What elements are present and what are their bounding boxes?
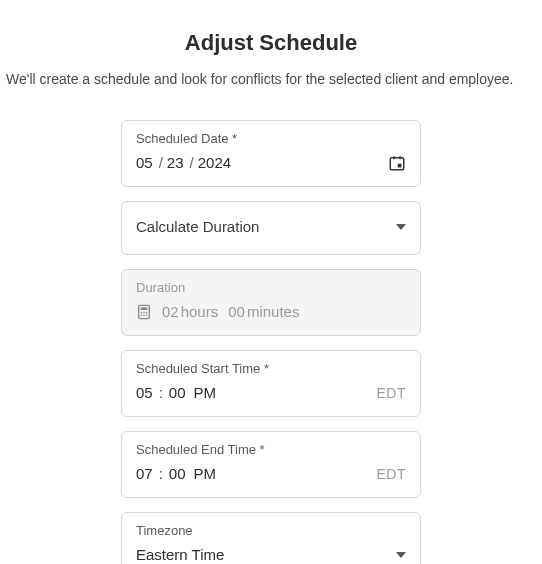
calendar-icon[interactable] [388,154,406,172]
start-tz-abbr: EDT [377,385,407,401]
scheduled-date-label: Scheduled Date * [136,131,406,146]
date-separator: / [190,154,194,171]
duration-hours: 02 [162,303,179,320]
page-title: Adjust Schedule [0,30,542,56]
end-hour[interactable]: 07 [136,465,153,482]
time-separator: : [159,465,163,482]
start-ampm[interactable]: PM [194,384,217,401]
chevron-down-icon [396,224,406,230]
duration-field: Duration 02 hours 00 minutes [121,269,421,336]
calculator-icon [136,304,152,320]
svg-rect-3 [398,163,402,167]
start-hour[interactable]: 05 [136,384,153,401]
end-tz-abbr: EDT [377,466,407,482]
svg-rect-0 [390,157,404,169]
end-ampm[interactable]: PM [194,465,217,482]
calculate-duration-label: Calculate Duration [136,218,259,235]
timezone-value: Eastern Time [136,546,224,563]
chevron-down-icon [396,552,406,558]
page-subtitle: We'll create a schedule and look for con… [6,70,536,90]
timezone-select[interactable]: Timezone Eastern Time [121,512,421,564]
date-separator: / [159,154,163,171]
time-separator: : [159,384,163,401]
scheduled-date-field[interactable]: Scheduled Date * 05 / 23 / 2024 [121,120,421,187]
svg-point-6 [141,311,143,313]
end-minute[interactable]: 00 [169,465,186,482]
duration-label: Duration [136,280,406,295]
svg-point-10 [143,314,145,316]
end-time-field[interactable]: Scheduled End Time * 07 : 00 PM EDT [121,431,421,498]
svg-point-7 [143,311,145,313]
svg-point-9 [141,314,143,316]
start-time-label: Scheduled Start Time * [136,361,406,376]
start-time-field[interactable]: Scheduled Start Time * 05 : 00 PM EDT [121,350,421,417]
date-year[interactable]: 2024 [198,154,231,171]
calculate-duration-select[interactable]: Calculate Duration [121,201,421,255]
date-day[interactable]: 23 [167,154,184,171]
start-minute[interactable]: 00 [169,384,186,401]
date-month[interactable]: 05 [136,154,153,171]
svg-point-8 [146,311,148,313]
svg-point-11 [146,314,148,316]
end-time-label: Scheduled End Time * [136,442,406,457]
svg-rect-5 [141,307,148,310]
duration-hours-word: hours [181,303,219,320]
duration-minutes: 00 [228,303,245,320]
timezone-label: Timezone [136,523,406,538]
duration-minutes-word: minutes [247,303,300,320]
